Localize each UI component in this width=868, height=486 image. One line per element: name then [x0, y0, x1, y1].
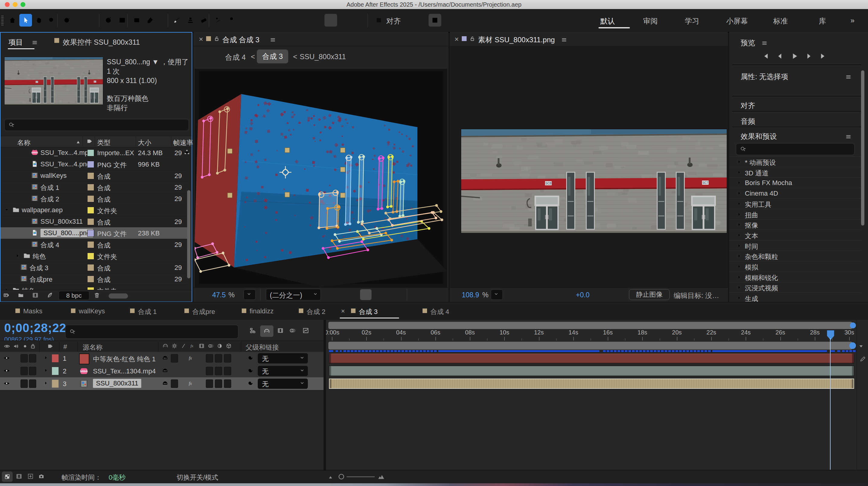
region-of-interest-icon[interactable] — [519, 289, 530, 300]
bit-depth-button[interactable]: 8 bpc — [59, 291, 89, 300]
layer-label-swatch[interactable] — [52, 380, 59, 388]
right-panel-scrollbar[interactable] — [861, 70, 864, 225]
timeline-tab-2[interactable]: 合成 1 — [138, 307, 157, 316]
transparency-grid-icon[interactable] — [346, 289, 358, 300]
col-size[interactable]: 大小 — [138, 138, 151, 147]
bar-out-bracket[interactable] — [852, 354, 854, 363]
comp-panel-menu-icon[interactable] — [270, 36, 276, 43]
solo-column-icon[interactable] — [22, 343, 28, 350]
chevron-right-icon[interactable] — [736, 201, 742, 208]
parent-dropdown[interactable]: 无 — [258, 353, 308, 363]
effects-category[interactable]: 模拟 — [729, 261, 861, 272]
layer-lock-cell[interactable] — [29, 354, 36, 363]
close-timeline-tab-icon[interactable]: × — [341, 307, 345, 315]
project-row[interactable]: bilibiliSSU_Tex...4.mp4Importe...EX24.3 … — [1, 147, 188, 159]
tab-composition[interactable]: 合成 合成 3 — [222, 35, 259, 45]
label-color-swatch[interactable] — [87, 230, 94, 237]
snap-checkbox[interactable] — [372, 14, 385, 27]
shy-toggle-icon[interactable] — [260, 326, 273, 337]
layer-name[interactable]: 中等灰色-红色 纯色 1 — [93, 355, 156, 364]
timeline-tab-7[interactable]: 合成 4 — [430, 307, 449, 316]
label-color-swatch[interactable] — [87, 207, 94, 214]
tool-roto-brush[interactable] — [212, 14, 224, 27]
effects-category[interactable]: 沉浸式视频 — [729, 282, 861, 293]
time-ruler[interactable]: 0:00s02s04s06s08s10s12s14s16s18s20s22s24… — [326, 329, 868, 340]
chevron-right-icon[interactable] — [736, 158, 742, 166]
align-title[interactable]: 对齐 — [741, 101, 755, 111]
layer-number-column[interactable]: # — [63, 343, 67, 351]
work-area-bar[interactable] — [329, 322, 852, 329]
layer-duration-bar[interactable] — [329, 378, 854, 389]
item-name[interactable]: 合成 2 — [40, 195, 59, 204]
source-name-column[interactable]: 源名称 — [83, 343, 103, 352]
play-button[interactable] — [790, 52, 799, 62]
item-name[interactable]: SSU_Tex...4.mp4 — [40, 149, 92, 157]
toolbar-grip[interactable] — [1, 16, 4, 25]
layer-label-swatch[interactable] — [52, 354, 59, 362]
label-column-icon[interactable] — [47, 343, 54, 350]
preview-menu-icon[interactable] — [761, 40, 768, 47]
layer-switch-cell[interactable] — [224, 354, 231, 363]
workspace-overflow-icon[interactable]: » — [850, 16, 855, 25]
go-to-end-button[interactable] — [819, 52, 828, 62]
draft3d-icon[interactable] — [16, 473, 22, 480]
parent-pickwhip-icon[interactable] — [247, 355, 253, 363]
label-color-swatch[interactable] — [87, 253, 94, 260]
tool-camera-marquee[interactable] — [116, 14, 129, 27]
tool-eraser[interactable] — [197, 14, 210, 27]
video-column-eye-icon[interactable] — [4, 343, 10, 350]
layer-expander-icon[interactable] — [43, 355, 49, 362]
render-engine-icon[interactable] — [46, 292, 53, 299]
new-folder-icon[interactable] — [18, 292, 24, 299]
workspace-menu-icon[interactable] — [622, 17, 628, 24]
item-name[interactable]: wallpaper.aep — [22, 206, 63, 214]
comp-marker-bin-icon[interactable] — [858, 343, 864, 349]
properties-menu-icon[interactable] — [845, 74, 852, 80]
expander-collapsed-icon[interactable] — [14, 253, 21, 261]
label-color-swatch[interactable] — [87, 195, 94, 202]
layer-name[interactable]: SSU_Tex...1304.mp4 — [93, 367, 156, 375]
motion-blur-icon[interactable] — [289, 327, 296, 334]
project-row[interactable]: 纯色文件夹 — [1, 250, 188, 262]
project-search-input[interactable] — [4, 119, 189, 131]
next-frame-button[interactable] — [805, 52, 813, 62]
tool-selection[interactable] — [19, 14, 32, 27]
bar-in-bracket[interactable] — [329, 366, 331, 376]
item-name[interactable]: 合成pre — [30, 275, 53, 284]
workspace-1[interactable]: 审阅 — [643, 16, 658, 26]
layer-switch-cell[interactable] — [206, 379, 213, 388]
zoom-in-mountain-icon[interactable] — [377, 473, 385, 481]
layer-row[interactable]: 3SSU_800x311fx无 — [0, 377, 323, 390]
layer-eye-icon[interactable] — [3, 367, 10, 375]
tab-project[interactable]: 项目 — [8, 37, 23, 47]
tool-dolly-camera[interactable] — [87, 14, 100, 27]
layer-duration-bar[interactable] — [329, 366, 854, 376]
layer-audio-cell[interactable] — [21, 354, 28, 363]
label-color-swatch[interactable] — [87, 172, 94, 179]
item-name[interactable]: 纯色 — [33, 252, 46, 261]
view-axis-mode-icon[interactable] — [353, 14, 366, 27]
3d-layer-column-icon[interactable] — [226, 343, 232, 349]
effects-category[interactable]: 生成 — [729, 293, 861, 302]
chevron-right-icon[interactable] — [736, 221, 742, 229]
layer-row[interactable]: 2bilibiliSSU_Tex...1304.mp4无 — [0, 365, 323, 377]
layer-duration-bar[interactable] — [329, 353, 854, 363]
effects-category[interactable]: 3D 通道 — [729, 167, 861, 178]
brackets-icon[interactable] — [27, 473, 34, 480]
properties-title[interactable]: 属性: 无选择项 — [741, 72, 788, 82]
transparency-grid-icon[interactable] — [505, 289, 517, 300]
effects-presets-title[interactable]: 效果和预设 — [741, 132, 777, 141]
grid-guides-icon[interactable] — [390, 289, 402, 300]
new-composition-icon[interactable] — [32, 292, 39, 299]
adjustment-layer-column-icon[interactable] — [217, 343, 223, 349]
layer-shy-switch[interactable] — [162, 355, 168, 363]
layer-quality-switch[interactable] — [179, 380, 186, 388]
chevron-right-icon[interactable] — [736, 253, 742, 261]
effects-category[interactable]: 模糊和锐化 — [729, 272, 861, 282]
layer-audio-cell[interactable] — [21, 367, 28, 375]
motion-blur-column-icon[interactable] — [208, 343, 214, 349]
layer-eye-icon[interactable] — [3, 354, 10, 363]
shy-column-icon[interactable] — [162, 343, 168, 349]
comp-zoom-value[interactable]: 47.5 — [212, 291, 226, 299]
layer-audio-cell[interactable] — [21, 379, 28, 388]
